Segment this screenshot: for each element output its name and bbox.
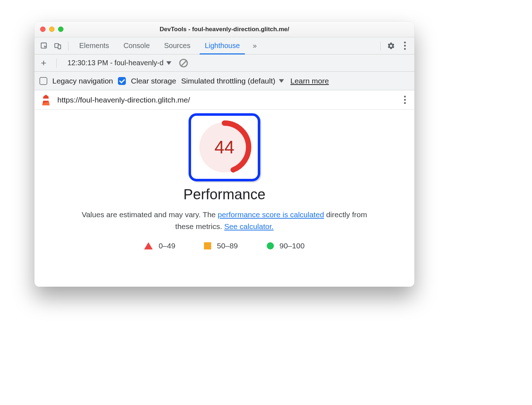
divider: [380, 41, 381, 51]
legacy-navigation-label: Legacy navigation: [52, 77, 113, 85]
legacy-navigation-checkbox[interactable]: [39, 77, 47, 85]
dropdown-caret-icon: [166, 61, 171, 65]
window-titlebar: DevTools - foul-heavenly-direction.glitc…: [34, 22, 414, 37]
square-icon: [204, 242, 211, 249]
new-report-button[interactable]: +: [39, 57, 48, 68]
legend-poor: 0–49: [144, 242, 175, 250]
lighthouse-logo-icon: [41, 95, 51, 105]
window-title: DevTools - foul-heavenly-direction.glitc…: [34, 26, 414, 33]
window-controls: [34, 27, 63, 32]
settings-gear-icon[interactable]: [385, 40, 397, 52]
clear-storage-label: Clear storage: [131, 77, 176, 85]
clear-all-icon[interactable]: [179, 59, 188, 67]
legend-average: 50–89: [204, 242, 238, 250]
devtools-tabstrip: Elements Console Sources Lighthouse »: [34, 37, 414, 54]
legend-good-label: 90–100: [280, 242, 305, 250]
score-description: Values are estimated and may vary. The p…: [77, 209, 371, 232]
divider: [56, 58, 57, 68]
score-legend: 0–49 50–89 90–100: [144, 242, 304, 250]
circle-icon: [267, 242, 274, 249]
divider: [68, 41, 68, 51]
lighthouse-toolbar: + 12:30:13 PM - foul-heavenly-d: [34, 54, 414, 72]
dropdown-caret-icon: [279, 79, 284, 83]
more-menu-icon[interactable]: [399, 40, 411, 52]
report-url-text: https://foul-heavenly-direction.glitch.m…: [57, 96, 395, 104]
performance-score-value: 44: [198, 120, 251, 174]
legend-poor-label: 0–49: [158, 242, 175, 250]
report-selector-label: 12:30:13 PM - foul-heavenly-d: [67, 59, 163, 67]
category-title: Performance: [184, 186, 266, 202]
throttling-label: Simulated throttling (default): [181, 77, 275, 85]
legend-average-label: 50–89: [217, 242, 238, 250]
legend-good: 90–100: [267, 242, 305, 250]
report-url-bar: https://foul-heavenly-direction.glitch.m…: [34, 90, 414, 110]
more-tabs-button[interactable]: »: [248, 42, 262, 50]
devtools-window: DevTools - foul-heavenly-direction.glitc…: [34, 22, 414, 287]
maximize-window-button[interactable]: [58, 27, 63, 32]
clear-storage-checkbox[interactable]: [118, 77, 126, 85]
tab-lighthouse[interactable]: Lighthouse: [198, 37, 246, 54]
device-toolbar-icon[interactable]: [52, 40, 64, 52]
tab-elements[interactable]: Elements: [73, 37, 115, 54]
throttling-dropdown[interactable]: Simulated throttling (default): [181, 77, 284, 85]
close-window-button[interactable]: [40, 27, 46, 32]
svg-rect-4: [44, 99, 47, 101]
see-calculator-link[interactable]: See calculator.: [224, 222, 274, 230]
lighthouse-report-body: 44 Performance Values are estimated and …: [34, 110, 414, 287]
svg-rect-2: [58, 45, 61, 49]
learn-more-link[interactable]: Learn more: [290, 77, 329, 85]
tab-console[interactable]: Console: [117, 37, 156, 54]
minimize-window-button[interactable]: [49, 27, 54, 32]
report-selector-dropdown[interactable]: 12:30:13 PM - foul-heavenly-d: [65, 59, 174, 67]
performance-score-gauge: 44: [198, 120, 251, 174]
report-menu-button[interactable]: [402, 94, 408, 106]
inspect-element-icon[interactable]: [38, 40, 50, 52]
score-gauge-highlight: 44: [189, 113, 260, 181]
svg-marker-3: [43, 95, 49, 99]
lighthouse-options-bar: Legacy navigation Clear storage Simulate…: [34, 72, 414, 90]
tab-sources[interactable]: Sources: [158, 37, 197, 54]
desc-text: Values are estimated and may vary. The: [82, 210, 218, 219]
score-calc-link[interactable]: performance score is calculated: [218, 210, 324, 219]
triangle-icon: [144, 242, 153, 249]
